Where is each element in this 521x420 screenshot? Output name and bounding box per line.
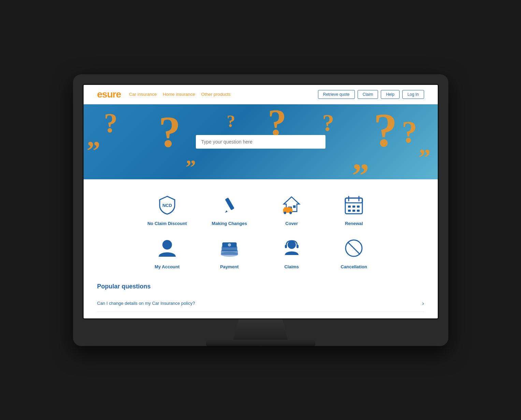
screen: esure Car insurance Home insurance Other…: [83, 84, 439, 319]
making-changes-label: Making Changes: [212, 221, 247, 226]
nav-car-insurance[interactable]: Car insurance: [129, 92, 157, 97]
site-header: esure Car insurance Home insurance Other…: [84, 85, 438, 104]
svg-point-20: [162, 240, 172, 250]
decorative-comma-4: „: [419, 132, 431, 159]
pencil-icon: [217, 193, 241, 217]
cancellation-label: Cancellation: [341, 264, 367, 269]
svg-rect-16: [357, 206, 360, 208]
category-no-claim-discount[interactable]: NCD No Claim Discount: [141, 193, 193, 226]
svg-rect-18: [352, 210, 355, 212]
decorative-qm-1: ?: [104, 108, 118, 139]
logo[interactable]: esure: [97, 89, 121, 100]
svg-point-26: [288, 241, 296, 249]
popular-title: Popular questions: [97, 283, 424, 290]
decorative-qm-7: ?: [402, 115, 417, 150]
category-my-account[interactable]: My Account: [141, 236, 193, 269]
cancellation-icon: [342, 236, 366, 260]
decorative-comma-3: „: [352, 138, 370, 178]
svg-rect-5: [293, 205, 295, 208]
decorative-qm-5: ?: [322, 109, 334, 137]
main-nav: Car insurance Home insurance Other produ…: [129, 92, 231, 97]
svg-point-8: [284, 212, 286, 214]
svg-rect-7: [284, 207, 291, 210]
svg-line-30: [348, 242, 360, 254]
category-cancellation[interactable]: Cancellation: [328, 236, 380, 269]
login-button[interactable]: Log In: [402, 90, 424, 99]
svg-text:NCD: NCD: [162, 203, 172, 208]
logo-text: esure: [97, 89, 121, 100]
svg-rect-27: [285, 245, 287, 248]
svg-point-25: [228, 243, 231, 246]
svg-rect-15: [352, 206, 355, 208]
svg-rect-17: [348, 210, 351, 212]
my-account-label: My Account: [155, 264, 179, 269]
question-text-1: Can I change details on my Car Insurance…: [97, 301, 195, 306]
cover-label: Cover: [285, 221, 298, 226]
retrieve-quote-button[interactable]: Retrieve quote: [318, 90, 355, 99]
svg-rect-14: [348, 206, 351, 208]
decorative-comma-2: „: [186, 145, 196, 169]
search-input[interactable]: [196, 135, 325, 149]
category-making-changes[interactable]: Making Changes: [203, 193, 256, 226]
svg-point-9: [289, 212, 292, 214]
header-right: Retrieve quote Claim Help Log In: [318, 90, 424, 99]
ncd-icon: NCD: [155, 193, 179, 217]
monitor-stand: [233, 319, 288, 340]
svg-rect-19: [357, 210, 360, 212]
renewal-icon: [342, 193, 366, 217]
svg-rect-1: [225, 197, 234, 210]
popular-questions-section: Popular questions Can I change details o…: [84, 276, 438, 318]
category-grid: NCD No Claim Discount Making Changes: [141, 193, 380, 269]
header-left: esure Car insurance Home insurance Other…: [97, 89, 231, 100]
payment-label: Payment: [220, 264, 238, 269]
renewal-label: Renewal: [345, 221, 363, 226]
svg-rect-28: [296, 245, 299, 248]
decorative-comma-1: „: [87, 121, 101, 152]
cover-icon: [280, 193, 304, 217]
category-payment[interactable]: Payment: [203, 236, 256, 269]
category-renewal[interactable]: Renewal: [328, 193, 380, 226]
decorative-qm-3: ?: [227, 111, 235, 131]
svg-rect-11: [345, 198, 362, 203]
question-arrow-1: ›: [422, 300, 424, 306]
decorative-qm-2: ?: [159, 106, 181, 157]
question-item-1[interactable]: Can I change details on my Car Insurance…: [97, 296, 424, 312]
payment-icon: [217, 236, 241, 260]
category-claims[interactable]: Claims: [266, 236, 318, 269]
claims-label: Claims: [284, 264, 299, 269]
decorative-qm-6: ?: [374, 104, 397, 158]
nav-other-products[interactable]: Other products: [201, 92, 231, 97]
svg-marker-2: [225, 210, 227, 213]
claims-icon: [280, 236, 304, 260]
hero-section: ? ? ? ? ? ? ? „ „ „ „: [84, 104, 438, 179]
search-box[interactable]: [196, 135, 325, 149]
monitor-base: [206, 340, 315, 346]
category-cover[interactable]: Cover: [266, 193, 318, 226]
account-icon: [155, 236, 179, 260]
nav-home-insurance[interactable]: Home insurance: [163, 92, 195, 97]
categories-section: NCD No Claim Discount Making Changes: [84, 179, 438, 276]
monitor: esure Car insurance Home insurance Other…: [73, 74, 448, 346]
claim-button[interactable]: Claim: [358, 90, 378, 99]
no-claim-discount-label: No Claim Discount: [147, 221, 187, 226]
help-button[interactable]: Help: [381, 90, 400, 99]
